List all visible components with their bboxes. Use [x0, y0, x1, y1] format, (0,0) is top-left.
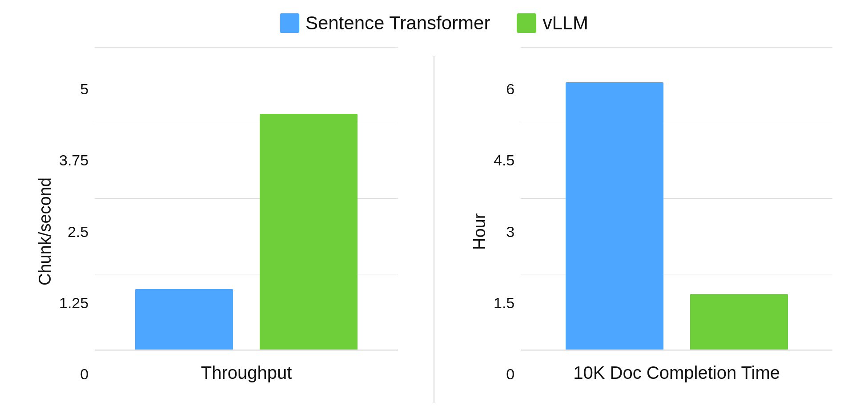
- chart2-ytick-45: 4.5: [494, 152, 514, 169]
- chart1-ytick-375: 3.75: [59, 152, 88, 169]
- chart2-plot: [521, 47, 832, 350]
- chart2-bar-sentence-transformer: [566, 82, 663, 350]
- chart2-gridline-bottom: [521, 350, 832, 350]
- chart1-plot: [95, 47, 398, 350]
- chart1-bar-vllm: [260, 114, 358, 350]
- chart2-y-label: Hour: [470, 80, 489, 383]
- chart2-x-label: 10K Doc Completion Time: [521, 363, 832, 383]
- legend-item-vllm: vLLM: [517, 12, 588, 34]
- chart1-gridline-bottom: [95, 350, 398, 350]
- chart-throughput: Chunk/second 5 3.75 2.5 1.25 0: [36, 47, 398, 383]
- chart1-ytick-0: 0: [80, 366, 88, 383]
- chart1-bars: [95, 114, 398, 350]
- chart1-area: Chunk/second 5 3.75 2.5 1.25 0: [36, 47, 398, 383]
- chart2-ytick-15: 1.5: [494, 294, 514, 312]
- legend-color-vllm: [517, 13, 536, 33]
- chart1-y-label: Chunk/second: [36, 80, 55, 383]
- chart-divider: [434, 56, 434, 403]
- chart2-y-axis: 6 4.5 3 1.5 0: [494, 80, 521, 383]
- legend-item-sentence-transformer: Sentence Transformer: [280, 12, 490, 34]
- chart2-bars: [521, 82, 832, 350]
- chart1-gridline-top: [95, 47, 398, 48]
- chart1-bar-sentence-transformer: [135, 289, 233, 350]
- legend-label-vllm: vLLM: [542, 12, 588, 34]
- chart2-body: 10K Doc Completion Time: [521, 47, 832, 383]
- chart1-ytick-125: 1.25: [59, 294, 88, 312]
- chart1-ytick-25: 2.5: [68, 223, 88, 241]
- legend: Sentence Transformer vLLM: [280, 12, 588, 34]
- chart2-ytick-3: 3: [506, 223, 514, 241]
- chart-completion: Hour 6 4.5 3 1.5 0: [470, 47, 832, 383]
- legend-label-sentence-transformer: Sentence Transformer: [305, 12, 490, 34]
- chart2-bar-vllm: [690, 294, 788, 350]
- chart2-area: Hour 6 4.5 3 1.5 0: [470, 47, 832, 383]
- charts-container: Chunk/second 5 3.75 2.5 1.25 0: [0, 47, 868, 418]
- chart2-gridline-top: [521, 47, 832, 48]
- chart1-y-axis: 5 3.75 2.5 1.25 0: [59, 80, 95, 383]
- chart1-x-label: Throughput: [95, 363, 398, 383]
- chart1-ytick-5: 5: [80, 80, 88, 98]
- chart1-body: Throughput: [95, 47, 398, 383]
- chart2-ytick-6: 6: [506, 80, 514, 98]
- chart2-ytick-0: 0: [506, 366, 514, 383]
- legend-color-sentence-transformer: [280, 13, 299, 33]
